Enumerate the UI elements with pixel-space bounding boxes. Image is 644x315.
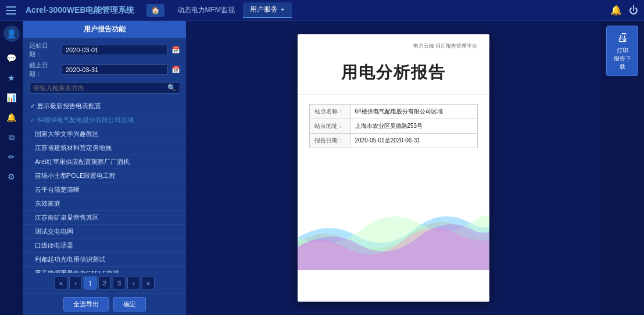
start-date-label: 起始日期：	[29, 41, 58, 59]
doc-info-row-address: 站点地址： 上海市农业区吴德路253号	[310, 119, 477, 134]
doc-label-name: 站点名称：	[310, 105, 350, 119]
nav-chat[interactable]: 💬	[2, 50, 21, 66]
doc-label-date: 报告日期：	[310, 134, 350, 148]
item-list: ✓ 显示最新报告电表配置 ✓ 6#楼供电气配电股分有限公司区域 国家大学文学兴趣…	[23, 98, 186, 273]
menu-icon[interactable]	[6, 6, 16, 15]
search-bar: 🔍	[29, 82, 180, 94]
nav-chart[interactable]: 📊	[2, 90, 21, 106]
nav-home-button[interactable]: 🏠	[146, 4, 164, 17]
side-panel-title: 用户报告功能	[23, 21, 186, 38]
search-icon[interactable]: 🔍	[164, 84, 180, 92]
page-first-button[interactable]: «	[55, 277, 67, 289]
doc-label-address: 站点地址：	[310, 119, 350, 133]
power-icon[interactable]: ⏻	[629, 5, 638, 16]
nav-tabs: 动态电力MFM监视 用户服务 ✦	[170, 2, 292, 18]
notification-icon[interactable]: 🔔	[610, 5, 622, 16]
end-date-calendar-icon[interactable]: 📅	[171, 66, 180, 74]
print-button[interactable]: 🖨 打印报告下载	[606, 26, 638, 76]
right-panel: 🖨 打印报告下载	[600, 21, 644, 315]
list-item[interactable]: 国家大学文学兴趣教区	[23, 127, 186, 141]
filters-area: 起始日期： 📅 截止日期： 📅 🔍	[23, 38, 186, 98]
page-2-button[interactable]: 2	[98, 277, 111, 289]
start-date-calendar-icon[interactable]: 📅	[171, 46, 180, 54]
doc-value-address: 上海市农业区吴德路253号	[350, 119, 477, 133]
tab-dashboard[interactable]: 动态电力MFM监视	[170, 2, 242, 18]
action-buttons: 全选导出 确定	[23, 293, 186, 315]
side-panel: 用户报告功能 起始日期： 📅 截止日期： 📅 🔍 ✓ 显示最新报告电表配置 ✓ …	[23, 21, 186, 315]
page-last-button[interactable]: »	[142, 277, 155, 289]
user-avatar[interactable]: 👤	[3, 26, 20, 42]
end-date-row: 截止日期： 📅	[29, 61, 180, 78]
list-item[interactable]: 江苏前矿泉显营售其区	[23, 211, 186, 225]
list-item[interactable]: 江苏省建筑材料营定房地施	[23, 141, 186, 155]
left-nav: 👤 💬 ★ 📊 🔔 ⧉ ✏ ⚙	[0, 21, 23, 315]
list-item[interactable]: 口级ゆ电话器	[23, 239, 186, 253]
nav-layers[interactable]: ⧉	[2, 129, 21, 145]
app-logo: Acrel-3000WEB电能管理系统	[6, 5, 135, 16]
list-item[interactable]: ✓ 6#楼供电气配电股分有限公司区域	[23, 113, 186, 127]
page-1-button[interactable]: 1	[84, 277, 96, 289]
doc-value-date: 2020-05-01至2020-06-31	[350, 134, 477, 148]
top-bar: Acrel-3000WEB电能管理系统 🏠 动态电力MFM监视 用户服务 ✦ 🔔…	[0, 0, 644, 21]
list-item[interactable]: Arei红苹果供应配置观察厂厂酒机	[23, 155, 186, 169]
list-item[interactable]: 利都起功光电用信识测试	[23, 253, 186, 267]
end-date-input[interactable]	[62, 65, 168, 75]
nav-settings[interactable]: ⚙	[2, 169, 21, 185]
doc-waves	[298, 158, 489, 302]
doc-header: 电力云端 用汇报告管理平台 用电分析报告	[298, 34, 489, 95]
list-item[interactable]: ✓ 显示最新报告电表配置	[23, 99, 186, 113]
avatar-icon: 👤	[6, 29, 16, 38]
tab-user[interactable]: 用户服务 ✦	[243, 2, 292, 18]
app-title: Acrel-3000WEB电能管理系统	[26, 5, 135, 16]
export-button[interactable]: 全选导出	[63, 297, 109, 312]
list-item[interactable]: 云平台清楚清晰	[23, 183, 186, 197]
confirm-button[interactable]: 确定	[113, 297, 146, 312]
nav-star[interactable]: ★	[2, 70, 21, 86]
start-date-input[interactable]	[62, 45, 168, 55]
doc-info-row-name: 站点名称： 6#楼供电气配电股分有限公司区域	[310, 105, 477, 119]
list-item[interactable]: 东郊家庭	[23, 197, 186, 211]
tab-user-label: 用户服务	[250, 5, 278, 15]
page-next-button[interactable]: ›	[127, 277, 140, 289]
pagination: « ‹ 1 2 3 › »	[23, 273, 186, 293]
list-item[interactable]: 测试交电电网	[23, 225, 186, 239]
top-bar-right: 🔔 ⏻	[610, 5, 638, 16]
print-icon: 🖨	[617, 31, 628, 44]
page-prev-button[interactable]: ‹	[69, 277, 82, 289]
main-content: 电力云端 用汇报告管理平台 用电分析报告 站点名称： 6#楼供电气配电股分有限公…	[186, 21, 600, 315]
page-3-button[interactable]: 3	[113, 277, 126, 289]
doc-info-table: 站点名称： 6#楼供电气配电股分有限公司区域 站点地址： 上海市农业区吴德路25…	[309, 104, 478, 148]
doc-value-name: 6#楼供电气配电股分有限公司区域	[350, 105, 477, 119]
doc-title: 用电分析报告	[309, 62, 478, 84]
nav-edit[interactable]: ✏	[2, 149, 21, 165]
home-icon: 🏠	[151, 6, 160, 15]
end-date-label: 截止日期：	[29, 61, 58, 78]
list-item[interactable]: 苗场小主都POLE限置电工程	[23, 169, 186, 183]
doc-top-text: 电力云端 用汇报告管理平台	[309, 42, 478, 50]
start-date-row: 起始日期： 📅	[29, 41, 180, 59]
document-preview: 电力云端 用汇报告管理平台 用电分析报告 站点名称： 6#楼供电气配电股分有限公…	[298, 34, 489, 302]
list-item[interactable]: 重工能源重量电力CTELE交排	[23, 267, 186, 273]
print-button-label: 打印报告下载	[611, 46, 633, 71]
nav-bell[interactable]: 🔔	[2, 109, 21, 126]
tab-dashboard-label: 动态电力MFM监视	[177, 5, 235, 15]
search-input[interactable]	[30, 83, 164, 93]
main-layout: 👤 💬 ★ 📊 🔔 ⧉ ✏ ⚙ 用户报告功能 起始日期： 📅 截止日期： 📅	[0, 21, 644, 315]
doc-info-row-date: 报告日期： 2020-05-01至2020-06-31	[310, 134, 477, 148]
